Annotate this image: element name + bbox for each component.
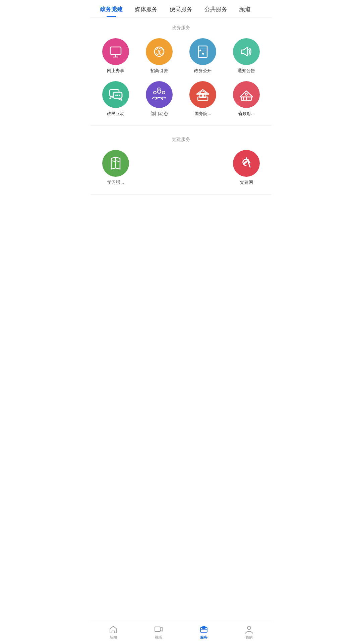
icon-temple: [189, 81, 216, 108]
tab-pindao[interactable]: 频道: [233, 0, 257, 17]
icon-monitor: [102, 38, 129, 65]
item-bumen-dongtai[interactable]: 部门动态: [137, 79, 181, 119]
empty-col-2: [137, 148, 181, 187]
svg-rect-0: [110, 47, 121, 54]
label-zhengwu-gongkai: 政务公开: [194, 68, 212, 74]
label-zhaoshang-yinzi: 招商引资: [150, 68, 168, 74]
svg-point-17: [154, 91, 156, 94]
svg-point-32: [245, 93, 247, 95]
icon-chat: [102, 81, 129, 108]
icon-document-star: [189, 38, 216, 65]
svg-point-20: [158, 89, 159, 89]
item-zhengwu-gongkai[interactable]: 政务公开: [181, 36, 225, 76]
svg-point-21: [159, 89, 160, 89]
svg-rect-5: [198, 46, 207, 57]
tab-gonggong-fuwu[interactable]: 公共服务: [198, 0, 233, 17]
label-tongzhi-gonggao: 通知公告: [238, 68, 255, 74]
svg-rect-26: [202, 94, 204, 97]
label-bumen-dongtai: 部门动态: [150, 111, 168, 117]
label-zhengmin-hudong: 政民互动: [107, 111, 124, 117]
label-dangjian-wang: 党建网: [240, 179, 253, 185]
section-divider-1: [90, 125, 272, 126]
label-xuexi-qiangguo: 学习强...: [107, 179, 124, 185]
svg-point-16: [158, 90, 161, 93]
label-wangshang-banshi: 网上办事: [107, 68, 124, 74]
svg-point-14: [117, 95, 118, 96]
svg-marker-8: [201, 52, 204, 55]
tab-zhengwu-dangjian[interactable]: 政务党建: [94, 0, 129, 17]
item-zhaoshang-yinzi[interactable]: ¥ 招商引资: [137, 36, 181, 76]
svg-point-13: [115, 95, 117, 96]
item-tongzhi-gonggao[interactable]: 通知公告: [225, 36, 268, 76]
dangji-section-title: 党建服务: [90, 129, 272, 148]
icon-hammer-sickle: [233, 150, 260, 177]
label-guowuyuan: 国务院...: [194, 111, 211, 117]
icon-yuan: ¥: [146, 38, 173, 65]
item-wangshang-banshi[interactable]: 网上办事: [94, 36, 137, 76]
zhengwu-grid: 网上办事 ¥ 招商引资: [90, 36, 272, 122]
top-navigation: 政务党建 媒体服务 便民服务 公共服务 频道: [90, 0, 272, 17]
label-shengzhengfu: 省政府...: [238, 111, 255, 117]
tab-bianmin-fuwu[interactable]: 便民服务: [164, 0, 198, 17]
item-dangjian-wang[interactable]: 党建网: [225, 148, 268, 187]
main-content: 政务服务 网上办事 ¥ 招商引资: [90, 17, 272, 322]
tab-meiti-fuwu[interactable]: 媒体服务: [129, 0, 164, 17]
icon-book: [102, 150, 129, 177]
item-xuexi-qiangguo[interactable]: 学习强...: [94, 148, 137, 187]
item-guowuyuan[interactable]: 国务院...: [181, 79, 225, 119]
svg-point-22: [160, 89, 160, 89]
item-zhengmin-hudong[interactable]: 政民互动: [94, 79, 137, 119]
icon-building: [233, 81, 260, 108]
icon-megaphone: [233, 38, 260, 65]
svg-point-18: [162, 91, 165, 94]
section-divider-2: [90, 194, 272, 195]
svg-point-15: [119, 95, 120, 96]
zhengwu-section-title: 政务服务: [90, 17, 272, 36]
empty-col-3: [181, 148, 225, 187]
item-shengzhengfu[interactable]: 省政府...: [225, 79, 268, 119]
svg-text:¥: ¥: [158, 49, 161, 55]
icon-group: [146, 81, 173, 108]
dangji-grid: 学习强... 党建网: [90, 148, 272, 191]
